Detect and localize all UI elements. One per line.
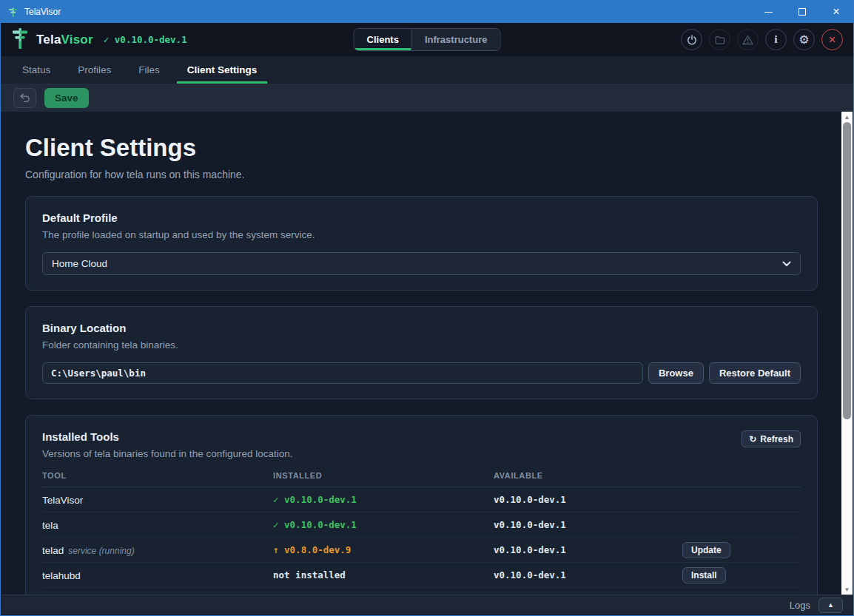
installed-version: ✓ v0.10.0-dev.1 [273, 494, 494, 505]
main-content: Client Settings Configuration for how te… [1, 112, 841, 595]
undo-button[interactable] [13, 88, 36, 108]
table-row: teladservice (running) ↑ v0.8.0-dev.9 v0… [42, 538, 801, 563]
installed-version: ✓ v0.10.0-dev.1 [273, 519, 494, 530]
table-header-row: TOOL INSTALLED AVAILABLE [42, 471, 801, 487]
column-header-installed: INSTALLED [273, 471, 494, 480]
available-version: v0.10.0-dev.1 [494, 519, 682, 530]
warnings-button[interactable] [737, 29, 759, 50]
info-button[interactable]: i [765, 29, 787, 50]
restore-default-button[interactable]: Restore Default [709, 362, 801, 384]
toolbar: Save [1, 84, 853, 112]
default-profile-title: Default Profile [42, 211, 801, 224]
nav-clients[interactable]: Clients [354, 29, 411, 50]
binary-location-description: Folder containing tela binaries. [42, 339, 801, 351]
chevron-down-icon [782, 261, 791, 267]
available-version: v0.10.0-dev.1 [494, 569, 682, 581]
close-icon: × [833, 6, 839, 18]
logs-label: Logs [790, 600, 810, 611]
tool-note: service (running) [68, 546, 134, 556]
exit-close-icon: × [829, 33, 836, 46]
folder-button[interactable] [709, 29, 730, 50]
installed-version: not installed [273, 569, 494, 581]
app-version: ✓ v0.10.0-dev.1 [104, 34, 187, 45]
exit-button[interactable]: × [821, 29, 843, 50]
minimize-button[interactable] [751, 1, 785, 23]
table-row: tela ✓ v0.10.0-dev.1 v0.10.0-dev.1 [42, 512, 801, 538]
available-version: v0.10.0-dev.1 [494, 544, 682, 555]
maximize-button[interactable] [785, 1, 819, 23]
installed-tools-title: Installed Tools [42, 430, 292, 443]
maximize-icon [798, 8, 806, 16]
binary-location-row: Browse Restore Default [42, 362, 801, 384]
vertical-scrollbar[interactable]: ▲ ▼ [841, 112, 853, 595]
logs-toggle-icon: ▲ [827, 601, 834, 609]
tab-profiles[interactable]: Profiles [67, 56, 121, 84]
scroll-down-icon[interactable]: ▼ [841, 584, 853, 595]
gear-icon: ⚙ [798, 34, 809, 46]
default-profile-description: The profile loaded on startup and used b… [42, 229, 801, 240]
status-bar: Logs ▲ [1, 595, 853, 615]
window-title: TelaVisor [24, 7, 61, 17]
warning-icon [742, 35, 753, 45]
default-profile-selected-value: Home Cloud [52, 258, 107, 269]
tool-name: tela [42, 520, 58, 531]
tools-table: TOOL INSTALLED AVAILABLE TelaVisor ✓ v0.… [42, 471, 801, 588]
binary-location-title: Binary Location [42, 322, 801, 334]
brand: TelaVisor ✓ v0.10.0-dev.1 [11, 27, 187, 53]
binary-location-card: Binary Location Folder containing tela b… [25, 306, 818, 399]
close-button[interactable]: × [819, 1, 853, 23]
refresh-label: Refresh [760, 434, 793, 444]
available-version: v0.10.0-dev.1 [494, 494, 682, 505]
tab-client-settings[interactable]: Client Settings [177, 56, 268, 84]
app-window: TelaVisor × TelaVisor ✓ v0.10.0-dev.1 [0, 0, 854, 616]
column-header-tool: TOOL [42, 471, 273, 480]
minimize-icon [764, 12, 773, 13]
nav-clients-label: Clients [367, 34, 399, 45]
app-header: TelaVisor ✓ v0.10.0-dev.1 Clients Infras… [1, 23, 853, 56]
installed-tools-heading: Installed Tools Versions of tela binarie… [42, 430, 292, 459]
power-button[interactable] [681, 29, 702, 50]
installed-tools-description: Versions of tela binaries found in the c… [42, 448, 292, 459]
info-icon: i [775, 34, 778, 46]
default-profile-card: Default Profile The profile loaded on st… [25, 196, 818, 291]
tool-name: telad [42, 545, 64, 556]
update-button[interactable]: Update [682, 542, 730, 558]
folder-icon [715, 35, 725, 45]
default-profile-select[interactable]: Home Cloud [42, 252, 801, 275]
browse-button[interactable]: Browse [648, 362, 704, 384]
undo-icon [19, 93, 30, 102]
table-row: telahubd not installed v0.10.0-dev.1 Ins… [42, 563, 801, 588]
scroll-up-icon[interactable]: ▲ [841, 112, 853, 122]
installed-version: ↑ v0.8.0-dev.9 [273, 544, 494, 555]
power-icon [687, 35, 697, 45]
os-titlebar: TelaVisor × [1, 1, 853, 23]
brand-tela: Tela [36, 33, 61, 47]
column-header-action [682, 471, 801, 480]
brand-name: TelaVisor [36, 33, 93, 47]
logs-toggle-button[interactable]: ▲ [818, 598, 843, 613]
page-subtitle: Configuration for how tela runs on this … [25, 169, 818, 180]
install-button[interactable]: Install [682, 567, 726, 583]
table-row: TelaVisor ✓ v0.10.0-dev.1 v0.10.0-dev.1 [42, 487, 801, 512]
refresh-icon: ↻ [749, 434, 756, 444]
tool-name: TelaVisor [42, 495, 83, 506]
settings-button[interactable]: ⚙ [793, 29, 815, 50]
installed-tools-card: Installed Tools Versions of tela binarie… [25, 415, 818, 595]
nav-infrastructure[interactable]: Infrastructure [411, 29, 500, 50]
app-logo-icon [7, 7, 19, 18]
tab-files[interactable]: Files [128, 56, 170, 84]
active-underline [354, 48, 411, 50]
brand-visor: Visor [61, 33, 93, 47]
tab-status[interactable]: Status [12, 56, 61, 84]
tab-bar: Status Profiles Files Client Settings [1, 56, 853, 84]
column-header-available: AVAILABLE [494, 471, 682, 480]
page-title: Client Settings [25, 134, 818, 162]
nav-infrastructure-label: Infrastructure [425, 34, 488, 45]
mode-toggle: Clients Infrastructure [354, 28, 501, 51]
installed-tools-header: Installed Tools Versions of tela binarie… [42, 430, 801, 459]
refresh-button[interactable]: ↻ Refresh [742, 430, 801, 447]
binary-path-input[interactable] [42, 362, 643, 384]
save-button[interactable]: Save [44, 88, 89, 108]
scrollbar-thumb[interactable] [843, 122, 851, 419]
header-actions: i ⚙ × [681, 29, 843, 50]
